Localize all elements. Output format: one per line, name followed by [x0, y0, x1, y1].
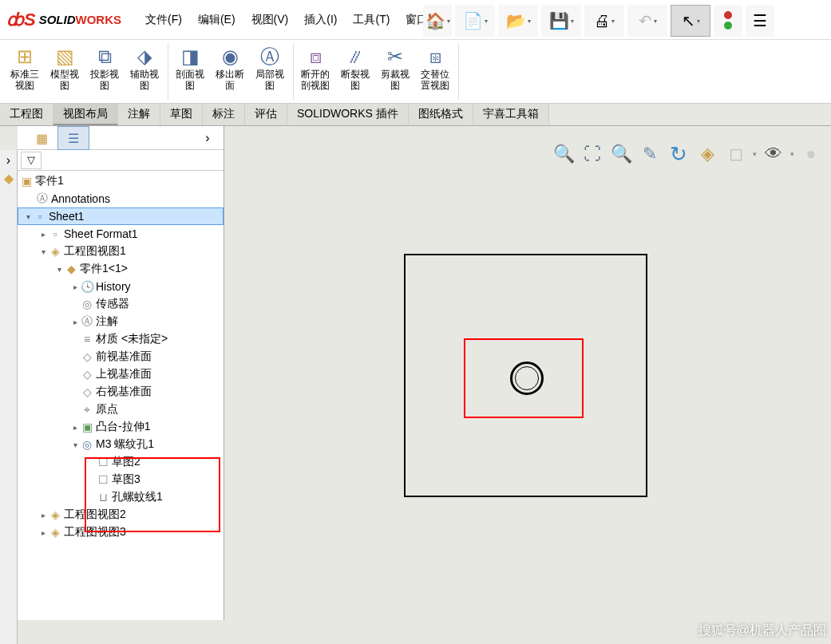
- brokenview-button[interactable]: ⫽断裂视图: [337, 43, 374, 100]
- visibility-icon[interactable]: 👁: [762, 142, 785, 166]
- detailview-button[interactable]: Ⓐ局部视图: [251, 43, 288, 100]
- print-button[interactable]: 🖨▾: [584, 5, 624, 37]
- cropview-button[interactable]: ✂剪裁视图: [377, 43, 414, 100]
- logo-icon: ȸS: [6, 10, 36, 30]
- tree-drawview1[interactable]: ▾◈工程图视图1: [18, 243, 224, 260]
- breakview-button[interactable]: ⧈断开的剖视图: [297, 43, 334, 100]
- tree-threadline[interactable]: ⊔孔螺蚊线1: [18, 488, 224, 506]
- tree-top[interactable]: ◇上视基准面: [18, 365, 224, 383]
- options-button[interactable]: ☰: [746, 5, 774, 37]
- tree-drawview3[interactable]: ▸◈工程图视图3: [18, 523, 224, 541]
- app-logo: ȸS SOLIDWORKS: [6, 10, 121, 30]
- watermark: 搜狐号@机器人产品圈: [698, 622, 826, 639]
- auxview-icon: ⬗: [137, 45, 152, 69]
- menu-tools[interactable]: 工具(T): [353, 13, 390, 27]
- panel-tab-tree[interactable]: ▦: [26, 126, 57, 150]
- tab-sketch[interactable]: 草图: [160, 104, 203, 125]
- removesect-button[interactable]: ◉移出断面: [212, 43, 248, 100]
- sectview-button[interactable]: ◨剖面视图: [172, 43, 208, 100]
- auxview-button[interactable]: ⬗辅助视图: [126, 43, 163, 100]
- projview-button[interactable]: ⧉投影视图: [86, 43, 123, 100]
- tree-drawview2[interactable]: ▸◈工程图视图2: [18, 506, 224, 523]
- std3view-icon: ⊞: [17, 45, 33, 69]
- menu-view[interactable]: 视图(V): [251, 13, 289, 27]
- rotate-icon[interactable]: ↻: [667, 142, 691, 166]
- traffic-icon[interactable]: [714, 5, 742, 37]
- view-toolbar: 🔍 ⛶ 🔍 ✎ ↻ ◈ ◻ ▾ 👁 ▾ ●: [552, 142, 823, 166]
- menu-insert[interactable]: 插入(I): [304, 13, 337, 27]
- svg-point-1: [724, 22, 732, 30]
- sphere-icon[interactable]: ●: [799, 142, 823, 166]
- tree-sheet1[interactable]: ▾▫Sheet1: [18, 207, 224, 225]
- expand-icon[interactable]: ›: [6, 153, 10, 168]
- open-button[interactable]: 📂▾: [498, 5, 538, 37]
- filter-row: ▽: [18, 150, 224, 171]
- altpos-button[interactable]: ⧆交替位置视图: [417, 43, 453, 100]
- tab-dim[interactable]: 标注: [203, 104, 245, 125]
- std3view-button[interactable]: ⊞标准三视图: [6, 43, 43, 100]
- display-icon[interactable]: ◈: [695, 142, 719, 166]
- tree-annotations[interactable]: ⒶAnnotations: [18, 190, 224, 207]
- tree-material[interactable]: ≡材质 <未指定>: [18, 330, 224, 348]
- tree-part1-1[interactable]: ▾◆零件1<1>: [18, 260, 224, 278]
- panel-expand-icon[interactable]: ›: [192, 126, 224, 150]
- tree-sketch3[interactable]: ☐草图3: [18, 471, 224, 488]
- filter-icon[interactable]: ▽: [21, 152, 42, 169]
- zoom-out-icon[interactable]: 🔍: [609, 142, 633, 166]
- main-area: ▦ ☰ › ▽ ▣零件1 ⒶAnnotations ▾▫Sheet1 ▸▫She…: [0, 126, 831, 620]
- save-button[interactable]: 💾▾: [541, 5, 581, 37]
- task-pane-strip: › ◆: [0, 150, 18, 644]
- tab-layout[interactable]: 视图布局: [53, 104, 118, 125]
- tree-m3hole[interactable]: ▾◎M3 螺纹孔1: [18, 436, 224, 453]
- tab-drawing[interactable]: 工程图: [0, 104, 53, 125]
- svg-point-0: [724, 11, 732, 19]
- select-button[interactable]: ↖▾: [671, 5, 710, 37]
- altpos-icon: ⧆: [429, 45, 441, 69]
- tree-sketch2[interactable]: ☐草图2: [18, 453, 224, 471]
- tree-part[interactable]: ▣零件1: [18, 172, 224, 190]
- tree-annot[interactable]: ▸Ⓐ注解: [18, 313, 224, 330]
- tree-history[interactable]: ▸🕓History: [18, 278, 224, 295]
- quick-access-toolbar: 🏠▾ 📄▾ 📂▾ 💾▾ 🖨▾ ↶▾ ↖▾ ☰: [423, 5, 774, 37]
- tree-sensors[interactable]: ◎传感器: [18, 295, 224, 313]
- detailview-icon: Ⓐ: [260, 45, 279, 69]
- undo-button[interactable]: ↶▾: [627, 5, 667, 37]
- hole-feature[interactable]: [510, 362, 544, 395]
- logo-text: SOLIDWORKS: [39, 13, 121, 26]
- tab-yuki[interactable]: 宇喜工具箱: [473, 104, 549, 125]
- cropview-icon: ✂: [387, 45, 403, 69]
- new-button[interactable]: 📄▾: [455, 5, 495, 37]
- removesect-icon: ◉: [222, 45, 239, 69]
- tab-annot[interactable]: 注解: [118, 104, 160, 125]
- tree-sheetformat1[interactable]: ▸▫Sheet Format1: [18, 225, 224, 243]
- cube-icon[interactable]: ◻: [724, 142, 748, 166]
- drawing-canvas[interactable]: 🔍 ⛶ 🔍 ✎ ↻ ◈ ◻ ▾ 👁 ▾ ●: [224, 126, 831, 620]
- zoom-fit-icon[interactable]: 🔍: [552, 142, 576, 166]
- projview-icon: ⧉: [98, 45, 112, 69]
- feature-tree-panel: ▦ ☰ › ▽ ▣零件1 ⒶAnnotations ▾▫Sheet1 ▸▫She…: [18, 126, 224, 620]
- sectview-icon: ◨: [181, 45, 200, 69]
- modelview-button[interactable]: ▧模型视图: [46, 43, 83, 100]
- home-button[interactable]: 🏠▾: [423, 5, 452, 37]
- tab-eval[interactable]: 评估: [245, 104, 287, 125]
- brokenview-icon: ⫽: [346, 45, 365, 69]
- section-icon[interactable]: ✎: [638, 142, 662, 166]
- panel-tab-props[interactable]: ☰: [57, 126, 89, 150]
- panel-tabs: ▦ ☰ ›: [18, 126, 224, 150]
- menu-file[interactable]: 文件(F): [145, 13, 182, 27]
- feature-tree: ▣零件1 ⒶAnnotations ▾▫Sheet1 ▸▫Sheet Forma…: [18, 171, 224, 620]
- tab-addins[interactable]: SOLIDWORKS 插件: [287, 104, 409, 125]
- ribbon-tabs: 工程图 视图布局 注解 草图 标注 评估 SOLIDWORKS 插件 图纸格式 …: [0, 104, 831, 126]
- breakview-icon: ⧈: [310, 45, 322, 69]
- tab-sheetfmt[interactable]: 图纸格式: [409, 104, 473, 125]
- modelview-icon: ▧: [56, 45, 74, 69]
- tree-origin[interactable]: ⌖原点: [18, 401, 224, 418]
- tree-boss[interactable]: ▸▣凸台-拉伸1: [18, 418, 224, 436]
- ribbon: ⊞标准三视图 ▧模型视图 ⧉投影视图 ⬗辅助视图 ◨剖面视图 ◉移出断面 Ⓐ局部…: [0, 40, 831, 104]
- tree-right[interactable]: ◇右视基准面: [18, 383, 224, 401]
- zoom-area-icon[interactable]: ⛶: [580, 142, 604, 166]
- tree-front[interactable]: ◇前视基准面: [18, 348, 224, 365]
- part-icon[interactable]: ◆: [4, 171, 14, 186]
- menu-edit[interactable]: 编辑(E): [198, 13, 235, 27]
